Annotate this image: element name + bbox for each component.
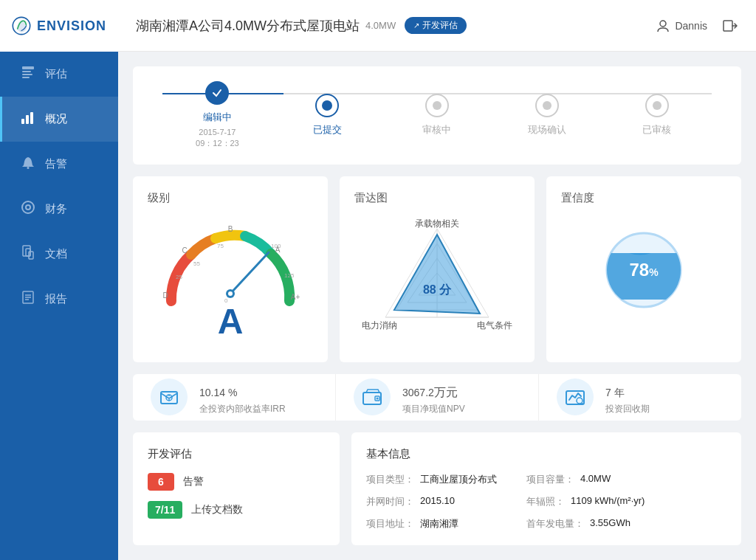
info-row-addr: 项目地址： 湖南湘潭 <box>366 517 497 530</box>
confidence-circle: 78% <box>599 226 688 314</box>
svg-point-11 <box>27 206 30 209</box>
npv-value: 3067.2万元 <box>402 378 465 401</box>
radar-label-top: 承载物相关 <box>415 218 459 230</box>
step-review: 审核中 <box>382 94 492 136</box>
sidebar-item-docs[interactable]: 文档 <box>0 232 118 277</box>
docs-text: 上传文档数 <box>191 503 243 516</box>
info-val-cap: 4.0MW <box>580 473 611 486</box>
check-icon <box>212 88 222 98</box>
payback-info: 7 年 投资回收期 <box>605 378 650 415</box>
svg-text:100: 100 <box>271 243 281 249</box>
alert-badge: 6 <box>148 473 174 491</box>
svg-rect-47 <box>161 392 177 404</box>
info-val-type: 工商业屋顶分布式 <box>420 473 497 486</box>
irr-icon <box>151 378 188 415</box>
step-circle-submitted <box>315 94 339 117</box>
eval-item-docs: 7/11 上传文档数 <box>148 501 325 519</box>
sidebar-item-eval[interactable]: 评估 <box>0 52 118 97</box>
svg-rect-20 <box>724 21 732 31</box>
sidebar-item-report[interactable]: 报告 <box>0 277 118 322</box>
dev-eval-badge[interactable]: ↗ 开发评估 <box>405 17 467 34</box>
svg-text:55: 55 <box>193 260 200 267</box>
radar-container: 承载物相关 88 分 <box>354 214 520 347</box>
confidence-card-title: 置信度 <box>561 191 726 205</box>
info-val-grid: 2015.10 <box>420 495 455 508</box>
info-row-irr: 年辐照： 1109 kWh/(m²·yr) <box>526 495 645 508</box>
confidence-value: 78% <box>629 260 658 280</box>
cards-row: 级别 D <box>133 176 741 362</box>
logo-icon <box>12 13 31 39</box>
info-val-gen: 3.55GWh <box>590 517 630 530</box>
info-key-cap: 项目容量： <box>526 473 574 486</box>
sidebar-item-overview[interactable]: 概况 <box>0 97 118 142</box>
eval-icon <box>20 65 36 83</box>
alert-text: 告警 <box>183 475 204 488</box>
step-label-submitted: 已提交 <box>313 123 342 136</box>
bottom-row: 开发评估 6 告警 7/11 上传文档数 基本信息 项目类型： 工 <box>133 432 741 545</box>
sidebar-item-alert[interactable]: 告警 <box>0 142 118 187</box>
docs-icon <box>20 245 36 263</box>
info-row-type: 项目类型： 工商业屋顶分布式 <box>366 473 497 486</box>
docs-badge: 7/11 <box>148 501 182 519</box>
overview-icon <box>20 110 36 128</box>
step-date: 2015-7-17 09：12：23 <box>196 127 239 150</box>
dev-eval-card: 开发评估 6 告警 7/11 上传文档数 <box>133 432 340 545</box>
svg-text:75: 75 <box>217 243 224 249</box>
progress-steps: 编辑中 2015-7-17 09：12：23 已提交 审核中 现场确 <box>162 81 712 150</box>
step-label-confirm: 现场确认 <box>528 123 566 136</box>
svg-text:B: B <box>228 225 233 233</box>
sidebar-item-finance-label: 财务 <box>45 202 67 216</box>
info-row-gen: 首年发电量： 3.55GWh <box>526 517 645 530</box>
step-editing: 编辑中 2015-7-17 09：12：23 <box>162 81 272 150</box>
logo-text: ENVISION <box>37 18 106 34</box>
irr-value: 10.14 % <box>199 378 286 401</box>
npv-info: 3067.2万元 项目净现值NPV <box>402 378 465 415</box>
grade-card: 级别 D <box>133 176 328 362</box>
svg-rect-8 <box>27 167 30 169</box>
user-name: Dannis <box>675 20 707 32</box>
stat-irr: 10.14 % 全投资内部收益率IRR <box>133 374 336 421</box>
sidebar-item-docs-label: 文档 <box>45 247 67 261</box>
report-icon <box>20 290 36 308</box>
svg-text:25: 25 <box>176 274 182 280</box>
wallet-icon <box>362 387 382 407</box>
svg-rect-6 <box>26 115 29 124</box>
info-row-cap: 项目容量： 4.0MW <box>526 473 645 486</box>
svg-text:C: C <box>182 246 187 255</box>
basic-info-card: 基本信息 项目类型： 工商业屋顶分布式 并网时间： 2015.10 项目地址： <box>351 432 741 545</box>
svg-text:A+: A+ <box>291 293 300 301</box>
gauge-svg: D C B A A+ 25 55 75 100 125 0 <box>157 220 304 308</box>
money-icon <box>159 387 179 407</box>
info-key-grid: 并网时间： <box>366 495 414 508</box>
svg-point-53 <box>377 398 379 400</box>
info-key-gen: 首年发电量： <box>526 517 584 530</box>
step-approved: 已审核 <box>602 94 712 136</box>
irr-label: 全投资内部收益率IRR <box>199 403 286 415</box>
svg-point-55 <box>577 398 583 404</box>
info-key-type: 项目类型： <box>366 473 414 486</box>
header-right: Dannis <box>656 18 738 34</box>
header: 湖南湘潭A公司4.0MW分布式屋顶电站 4.0MW ↗ 开发评估 Dannis <box>118 0 756 52</box>
user-info: Dannis <box>656 18 707 33</box>
badge-label: 开发评估 <box>422 19 458 32</box>
stat-npv: 3067.2万元 项目净现值NPV <box>336 374 539 421</box>
logout-icon[interactable] <box>722 18 738 34</box>
svg-rect-5 <box>21 119 24 124</box>
svg-line-32 <box>230 252 269 294</box>
sidebar: ENVISION 评估 概况 <box>0 0 118 560</box>
svg-text:88 分: 88 分 <box>423 283 452 296</box>
radar-card-title: 雷达图 <box>354 191 520 205</box>
svg-rect-14 <box>29 252 33 259</box>
step-confirm: 现场确认 <box>492 94 602 136</box>
info-columns: 项目类型： 工商业屋顶分布式 并网时间： 2015.10 项目地址： 湖南湘潭 <box>366 473 726 530</box>
sidebar-item-overview-label: 概况 <box>45 112 67 126</box>
header-subtitle: 4.0MW <box>365 20 396 31</box>
svg-marker-42 <box>394 235 480 314</box>
npv-label: 项目净现值NPV <box>402 403 465 415</box>
step-circle-confirm <box>535 94 559 117</box>
payback-icon <box>557 378 594 415</box>
radar-label-bl: 电力消纳 <box>362 319 397 332</box>
sidebar-item-finance[interactable]: 财务 <box>0 187 118 232</box>
stats-row: 10.14 % 全投资内部收益率IRR 3067.2万元 <box>133 374 741 421</box>
svg-rect-3 <box>22 74 32 75</box>
